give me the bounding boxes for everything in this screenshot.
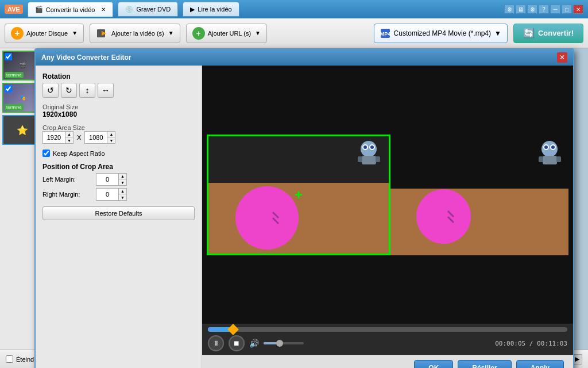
svg-text:MP4: MP4: [380, 31, 390, 37]
right-margin-field[interactable]: [96, 191, 118, 198]
rotate-ccw-button[interactable]: ↺: [42, 83, 59, 98]
thumb-1-checkbox[interactable]: [5, 53, 12, 60]
editor-dialog: Any Video Converter Editor ✕ Rotation ↺ …: [34, 48, 574, 368]
tab-burn-dvd[interactable]: 💿 Graver DVD: [118, 2, 178, 17]
crop-width-up[interactable]: ▲: [65, 132, 73, 137]
tab-convert-video[interactable]: 🎬 Convertir la vidéo ✕: [28, 2, 114, 17]
right-margin-up[interactable]: ▲: [119, 189, 126, 194]
dialog-body: Rotation ↺ ↻ ↕ ↔ Original Size 1920x1080…: [36, 66, 573, 368]
format-selector[interactable]: MP4 Customized MP4 Movie (*.mp4) ▼: [374, 24, 508, 43]
add-video-button[interactable]: Ajouter la vidéo (s) ▼: [90, 24, 180, 43]
add-disc-dropdown-icon[interactable]: ▼: [72, 30, 78, 36]
svg-rect-10: [358, 156, 362, 162]
original-size-section: Original Size 1920x1080: [42, 103, 195, 118]
crop-crosshair: +: [295, 187, 303, 203]
keep-aspect-checkbox[interactable]: [42, 150, 50, 157]
tab-play-video[interactable]: ▶ Lire la vidéo: [183, 2, 239, 17]
volume-knob: [276, 340, 283, 347]
stop-button[interactable]: ⏹: [229, 335, 245, 351]
dialog-close-button[interactable]: ✕: [557, 52, 567, 63]
add-url-button[interactable]: + Ajouter URL (s) ▼: [186, 24, 267, 43]
rotate-cw-button[interactable]: ↻: [61, 83, 77, 98]
crop-height-input[interactable]: ▲ ▼: [84, 131, 115, 144]
crop-size-label: Crop Area Size: [42, 124, 195, 131]
position-label: Position of Crop Area: [42, 163, 195, 171]
right-margin-down[interactable]: ▼: [119, 194, 126, 200]
left-margin-up[interactable]: ▲: [119, 174, 126, 179]
right-margin-spinners: ▲ ▼: [118, 189, 126, 200]
flip-v-button[interactable]: ↕: [79, 83, 95, 98]
crop-width-input[interactable]: ▲ ▼: [42, 131, 74, 144]
robot-output: [534, 137, 566, 169]
pause-button[interactable]: ⏸: [208, 335, 224, 351]
thumb-2-badge: terminé: [5, 104, 24, 110]
help-icon[interactable]: ?: [539, 5, 549, 14]
left-margin-spinners: ▲ ▼: [118, 174, 126, 185]
rotation-label: Rotation: [42, 72, 195, 80]
thumb-1-badge: terminé: [5, 72, 24, 78]
format-icon: MP4: [380, 28, 390, 39]
crop-width-down[interactable]: ▼: [65, 137, 73, 143]
pink-ball-source: [235, 186, 299, 250]
close-button[interactable]: ✕: [573, 5, 583, 14]
ok-button[interactable]: OK: [414, 360, 453, 368]
output-preview: [390, 135, 568, 255]
restore-defaults-button[interactable]: Restore Defaults: [42, 206, 195, 220]
svg-point-18: [544, 145, 548, 149]
crop-width-field[interactable]: [43, 134, 65, 141]
minimize-button[interactable]: ─: [550, 5, 560, 14]
crop-size-section: Crop Area Size ▲ ▼ X: [42, 124, 195, 144]
timeline-bar[interactable]: [208, 327, 567, 332]
gear-icon[interactable]: ⚙: [527, 5, 537, 14]
crop-size-row: ▲ ▼ X ▲ ▼: [42, 131, 195, 144]
title-bar: AVE 🎬 Convertir la vidéo ✕ 💿 Graver DVD …: [0, 0, 588, 18]
apply-button[interactable]: Apply: [516, 360, 564, 368]
shutdown-checkbox[interactable]: [6, 355, 13, 363]
dialog-title-bar: Any Video Converter Editor ✕: [36, 49, 573, 66]
left-margin-input[interactable]: ▲ ▼: [96, 173, 127, 186]
left-margin-down[interactable]: ▼: [119, 179, 126, 185]
tab-close-icon[interactable]: ✕: [101, 6, 106, 13]
tab-dvd-icon: 💿: [125, 6, 133, 13]
add-disc-button[interactable]: + Ajouter Disque ▼: [5, 24, 84, 43]
timeline-marker: [227, 324, 239, 335]
time-display: 00:00:05 / 00:11:03: [495, 340, 567, 347]
app-logo: AVE: [5, 5, 23, 14]
svg-rect-21: [539, 156, 543, 162]
volume-slider[interactable]: [264, 342, 304, 344]
keep-aspect-section: Keep Aspect Ratio: [42, 150, 195, 157]
thumb-2-checkbox[interactable]: [5, 85, 12, 93]
monitor-icon[interactable]: 🖥: [516, 5, 526, 14]
resil-button[interactable]: Résilier: [458, 360, 511, 368]
add-url-dropdown-icon[interactable]: ▼: [255, 30, 261, 36]
video-preview-panel: +: [202, 66, 573, 368]
video-preview-area: +: [202, 66, 573, 324]
svg-point-8: [370, 145, 374, 149]
crop-width-spinners: ▲ ▼: [65, 132, 73, 143]
convert-button[interactable]: 🔄 Convertir!: [513, 24, 583, 43]
left-margin-field[interactable]: [96, 176, 118, 183]
crop-x-separator: X: [77, 134, 81, 141]
svg-rect-11: [376, 156, 380, 162]
dialog-footer: OK Résilier Apply: [202, 355, 573, 368]
settings-icon[interactable]: ⚙: [504, 5, 514, 14]
right-margin-input[interactable]: ▲ ▼: [96, 188, 127, 201]
maximize-button[interactable]: □: [562, 5, 572, 14]
svg-rect-22: [556, 156, 561, 162]
crop-height-down[interactable]: ▼: [107, 137, 115, 143]
time-separator: /: [529, 340, 537, 347]
robot-character: [353, 137, 385, 169]
format-dropdown-icon[interactable]: ▼: [494, 29, 501, 37]
add-video-icon: [96, 27, 109, 40]
crop-height-field[interactable]: [85, 134, 107, 141]
rotation-buttons: ↺ ↻ ↕ ↔: [42, 83, 195, 98]
crop-height-up[interactable]: ▲: [107, 132, 115, 137]
add-disc-icon: +: [11, 27, 24, 40]
toolbar: + Ajouter Disque ▼ Ajouter la vidéo (s) …: [0, 18, 588, 48]
flip-h-button[interactable]: ↔: [98, 83, 114, 98]
tab-film-icon: 🎬: [35, 6, 43, 13]
current-time: 00:00:05: [495, 340, 525, 347]
add-video-dropdown-icon[interactable]: ▼: [168, 30, 174, 36]
right-margin-label: Right Margin:: [42, 191, 91, 198]
window-controls: ⚙ 🖥 ⚙ ? ─ □ ✕: [504, 5, 583, 14]
